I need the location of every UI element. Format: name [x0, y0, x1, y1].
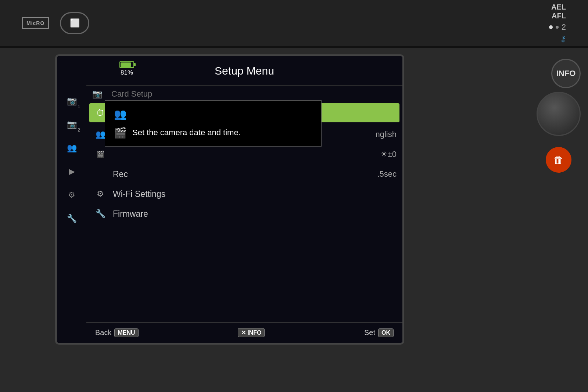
menu-list: 📷 Card Setup ⏱ ---.---.-- --:-- 👥 🎬: [86, 86, 402, 322]
main-content: 81% Setup Menu 📷 Card Setup ⏱: [86, 56, 402, 343]
brightness-value: ☀±0: [380, 150, 397, 159]
tooltip-text: Set the camera date and time.: [132, 108, 241, 139]
sidebar-icon-video[interactable]: 👥: [62, 140, 81, 156]
back-label: Back: [95, 328, 111, 337]
dot-small: [556, 26, 559, 29]
sidebar-icon-firmware[interactable]: 🔧: [62, 211, 81, 227]
menu-item-firmware[interactable]: 🔧 Firmware: [86, 204, 402, 224]
sidebar-icon-camera2[interactable]: 📷 2: [62, 116, 81, 133]
x-icon: ✕: [241, 329, 246, 336]
camera1-icon: 📷: [67, 96, 77, 106]
camera-top: MicRO ⬜ AEL AFL 2 ⚷: [0, 0, 588, 48]
camera-body: MicRO ⬜ AEL AFL 2 ⚷ INFO: [0, 0, 588, 392]
battery-fill: [121, 62, 131, 67]
info-button[interactable]: INFO: [551, 59, 581, 88]
camera2-icon: 📷: [67, 120, 77, 129]
rec-value: .5sec: [377, 169, 397, 179]
card-setup-icon: 📷: [92, 89, 105, 99]
info-x-key[interactable]: ✕ INFO: [238, 328, 265, 337]
right-dial[interactable]: [537, 92, 581, 136]
menu-item-brightness[interactable]: 🎬 ☀±0: [86, 144, 402, 164]
tooltip-person-icon: 👥: [114, 108, 127, 120]
rec-label: Rec: [113, 169, 371, 179]
firmware-icon: 🔧: [94, 209, 107, 219]
wifi-label: Wi-Fi Settings: [113, 189, 397, 199]
screen-footer: Back MENU ✕ INFO Set OK: [86, 322, 402, 343]
tooltip-video-icon: 🎬: [114, 127, 127, 139]
ael-afl-label: AEL AFL: [551, 3, 566, 20]
tooltip-overlay: 👥 🎬 Set the camera date and time.: [105, 100, 322, 147]
viewfinder-button[interactable]: ⬜: [60, 12, 89, 34]
camera-top-controls: AEL AFL 2 ⚷: [549, 3, 566, 44]
battery-percentage: 81%: [121, 69, 133, 76]
brightness-icon: 🎬: [94, 150, 107, 158]
dot-white: [549, 25, 553, 29]
tooltip-icons: 👥 🎬: [114, 108, 127, 139]
slot-number: 2: [562, 22, 566, 32]
camera-screen: 📷 1 📷 2 👥 ▶ ⚙ 🔧: [55, 54, 404, 345]
video-icon: 👥: [67, 143, 77, 153]
key-icon: ⚷: [560, 34, 566, 44]
battery-icon: [119, 61, 134, 68]
sidebar-icon-camera1[interactable]: 📷 1: [62, 93, 81, 109]
wrench-icon: 🔧: [67, 214, 77, 223]
dots-area: 2: [549, 22, 566, 32]
trash-button[interactable]: 🗑: [546, 147, 571, 173]
playback-icon: ▶: [69, 167, 75, 176]
settings-icon: ⚙: [68, 190, 75, 200]
menu-item-wifi[interactable]: ⚙ Wi-Fi Settings: [86, 184, 402, 204]
wifi-icon: ⚙: [94, 189, 107, 199]
footer-back[interactable]: Back MENU: [95, 328, 139, 337]
viewfinder-icon: ⬜: [70, 18, 80, 28]
sidebar-icon-playback[interactable]: ▶: [62, 163, 81, 180]
screen-title: Setup Menu: [215, 65, 274, 77]
menu-key[interactable]: MENU: [114, 328, 138, 337]
menu-item-rec[interactable]: Rec .5sec: [86, 164, 402, 184]
ok-key[interactable]: OK: [378, 328, 394, 337]
screen-inner: 📷 1 📷 2 👥 ▶ ⚙ 🔧: [57, 56, 402, 343]
card-setup-label: Card Setup: [111, 89, 152, 99]
sidebar-icon-settings[interactable]: ⚙: [62, 187, 81, 203]
set-label: Set: [364, 328, 375, 337]
camera-top-left: MicRO ⬜: [22, 12, 89, 34]
micro-logo: MicRO: [22, 17, 49, 29]
sidebar: 📷 1 📷 2 👥 ▶ ⚙ 🔧: [57, 56, 86, 343]
right-side-controls: 🗑: [537, 92, 581, 173]
firmware-label: Firmware: [113, 209, 397, 219]
battery-area: 81%: [119, 61, 134, 76]
language-value: nglish: [376, 130, 397, 139]
trash-icon: 🗑: [553, 154, 564, 166]
footer-set[interactable]: Set OK: [364, 328, 394, 337]
footer-info[interactable]: ✕ INFO: [238, 328, 265, 337]
